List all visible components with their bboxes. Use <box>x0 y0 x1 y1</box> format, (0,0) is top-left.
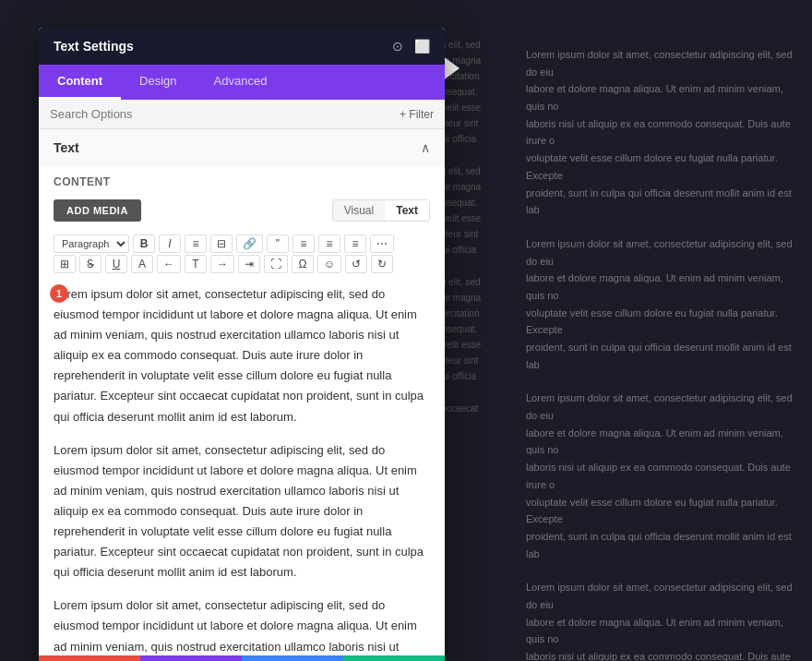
settings-icon[interactable]: ⊙ <box>392 39 403 54</box>
redo-button[interactable]: ↻ <box>242 655 343 661</box>
format-toolbar: Paragraph B I ≡ ⊟ 🔗 " ≡ ≡ ≡ ⋯ ⊞ S̶ U <box>39 231 445 277</box>
section-toggle-icon: ∧ <box>421 140 430 155</box>
bold-button[interactable]: B <box>133 234 155 253</box>
tab-design[interactable]: Design <box>121 65 195 100</box>
visual-tab[interactable]: Visual <box>333 200 385 221</box>
paste-text-button[interactable]: T <box>185 255 207 273</box>
section-title: Text <box>54 140 79 155</box>
indent-in-button[interactable]: ⇥ <box>238 255 260 273</box>
bg-para-1: Lorem ipsum dolor sit amet, consectetur … <box>526 46 794 219</box>
italic-button[interactable]: I <box>159 234 181 253</box>
fullscreen-button[interactable]: ⛶ <box>264 255 288 273</box>
background-text-right: Lorem ipsum dolor sit amet, consectetur … <box>517 28 812 661</box>
add-media-button[interactable]: ADD MEDIA <box>54 199 141 222</box>
paragraph-select[interactable]: Paragraph <box>54 234 129 253</box>
bg-para-2: Lorem ipsum dolor sit amet, consectetur … <box>526 235 794 374</box>
format-row-2: ⊞ S̶ U A ← T → ⇥ ⛶ Ω ☺ ↺ ↻ <box>54 255 430 273</box>
editor-paragraph-2: Lorem ipsum dolor sit amet, consectetur … <box>54 440 430 583</box>
ordered-list-button[interactable]: ⊟ <box>210 234 233 253</box>
action-bar: ✕ ↺ ↻ ✓ <box>39 655 445 661</box>
unordered-list-button[interactable]: ≡ <box>185 234 207 253</box>
align-right-button[interactable]: ≡ <box>344 234 366 253</box>
align-center-button[interactable]: ≡ <box>318 234 340 253</box>
strikethrough-button[interactable]: S̶ <box>79 255 102 273</box>
search-input[interactable] <box>50 107 392 121</box>
search-bar: + Filter <box>39 100 445 129</box>
toolbar-top-row: ADD MEDIA Visual Text <box>54 199 430 222</box>
indent-left-button[interactable]: ← <box>157 255 181 273</box>
redo-format-button[interactable]: ↻ <box>371 255 393 273</box>
text-settings-panel: Text Settings ⊙ ⬜ Content Design Advance… <box>39 28 445 661</box>
cancel-button[interactable]: ✕ <box>39 655 140 661</box>
expand-icon[interactable]: ⬜ <box>414 39 430 54</box>
content-label: Content <box>39 166 445 194</box>
indent-right-button[interactable]: → <box>210 255 234 273</box>
more-button[interactable]: ⋯ <box>370 234 394 253</box>
format-row-1: Paragraph B I ≡ ⊟ 🔗 " ≡ ≡ ≡ ⋯ <box>54 234 430 253</box>
panel-body: Text ∧ Content ADD MEDIA Visual Text <box>39 129 445 655</box>
underline-button[interactable]: U <box>105 255 127 273</box>
editor-paragraph-1: Lorem ipsum dolor sit amet, consectetur … <box>54 284 430 427</box>
editor-toolbar: ADD MEDIA Visual Text <box>39 194 445 231</box>
text-color-button[interactable]: A <box>131 255 153 273</box>
link-button[interactable]: 🔗 <box>236 234 263 253</box>
tabs: Content Design Advanced <box>39 65 445 100</box>
undo-button[interactable]: ↺ <box>140 655 242 661</box>
special-char-button[interactable]: Ω <box>292 255 314 273</box>
section-header[interactable]: Text ∧ <box>39 129 445 166</box>
visual-text-tabs: Visual Text <box>332 199 430 222</box>
undo-format-button[interactable]: ↺ <box>345 255 367 273</box>
panel-title: Text Settings <box>54 39 134 54</box>
blockquote-button[interactable]: " <box>267 234 289 253</box>
emoji-button[interactable]: ☺ <box>317 255 341 273</box>
bg-para-4: Lorem ipsum dolor sit amet, consectetur … <box>526 579 794 661</box>
tab-advanced[interactable]: Advanced <box>196 65 286 100</box>
panel-header-icons: ⊙ ⬜ <box>392 39 430 54</box>
text-tab[interactable]: Text <box>385 200 429 221</box>
filter-button[interactable]: + Filter <box>400 108 434 121</box>
text-section: Text ∧ Content ADD MEDIA Visual Text <box>39 129 445 655</box>
save-button[interactable]: ✓ <box>343 655 445 661</box>
table-button[interactable]: ⊞ <box>54 255 76 273</box>
align-left-button[interactable]: ≡ <box>293 234 315 253</box>
editor-content[interactable]: 1 Lorem ipsum dolor sit amet, consectetu… <box>39 277 445 655</box>
editor-paragraph-3: Lorem ipsum dolor sit amet, consectetur … <box>54 595 430 655</box>
tab-content[interactable]: Content <box>39 65 121 100</box>
panel-header: Text Settings ⊙ ⬜ <box>39 28 445 65</box>
step-badge: 1 <box>50 284 68 303</box>
bg-para-3: Lorem ipsum dolor sit amet, consectetur … <box>526 390 794 562</box>
